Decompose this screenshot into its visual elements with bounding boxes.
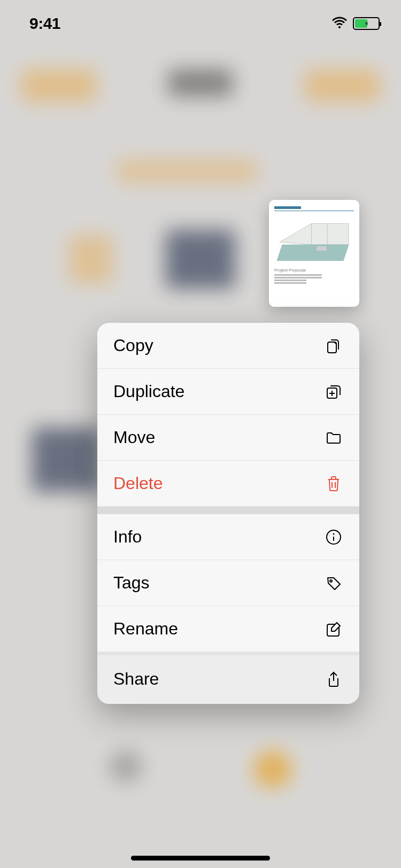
menu-label-tags: Tags: [113, 573, 150, 593]
status-right: ⚡︎: [331, 17, 380, 30]
menu-label-delete: Delete: [113, 474, 163, 493]
menu-item-delete[interactable]: Delete: [97, 461, 359, 507]
info-icon: [324, 528, 343, 547]
menu-label-info: Info: [113, 527, 142, 547]
menu-item-share[interactable]: Share: [97, 655, 359, 704]
status-bar: 9:41 ⚡︎: [0, 0, 401, 47]
home-indicator: [131, 856, 270, 861]
wifi-icon: [331, 17, 348, 30]
tag-icon: [324, 574, 343, 593]
trash-icon: [324, 474, 343, 493]
folder-icon: [324, 428, 343, 447]
copy-icon: [324, 336, 343, 355]
menu-item-rename[interactable]: Rename: [97, 606, 359, 652]
context-menu: Copy Duplicate Move Del: [97, 323, 359, 704]
menu-item-info[interactable]: Info: [97, 514, 359, 560]
document-preview[interactable]: Project Proposal: [269, 200, 359, 307]
menu-label-rename: Rename: [113, 619, 178, 639]
battery-icon: ⚡︎: [353, 17, 380, 30]
menu-item-copy[interactable]: Copy: [97, 323, 359, 369]
duplicate-icon: [324, 382, 343, 401]
menu-item-tags[interactable]: Tags: [97, 560, 359, 606]
menu-label-duplicate: Duplicate: [113, 382, 184, 401]
menu-label-move: Move: [113, 428, 155, 447]
menu-item-move[interactable]: Move: [97, 415, 359, 461]
svg-rect-4: [317, 246, 326, 251]
svg-rect-5: [328, 342, 336, 353]
svg-point-12: [333, 533, 335, 534]
menu-item-duplicate[interactable]: Duplicate: [97, 369, 359, 415]
svg-point-14: [330, 580, 332, 582]
menu-label-copy: Copy: [113, 336, 153, 355]
svg-marker-0: [280, 223, 349, 245]
menu-label-share: Share: [113, 669, 159, 689]
menu-separator: [97, 507, 359, 514]
share-icon: [324, 670, 343, 689]
rename-icon: [324, 619, 343, 639]
svg-marker-1: [277, 245, 349, 261]
document-title: Project Proposal: [274, 268, 354, 273]
document-thumbnail-image: [274, 215, 354, 264]
status-time: 9:41: [29, 14, 60, 33]
